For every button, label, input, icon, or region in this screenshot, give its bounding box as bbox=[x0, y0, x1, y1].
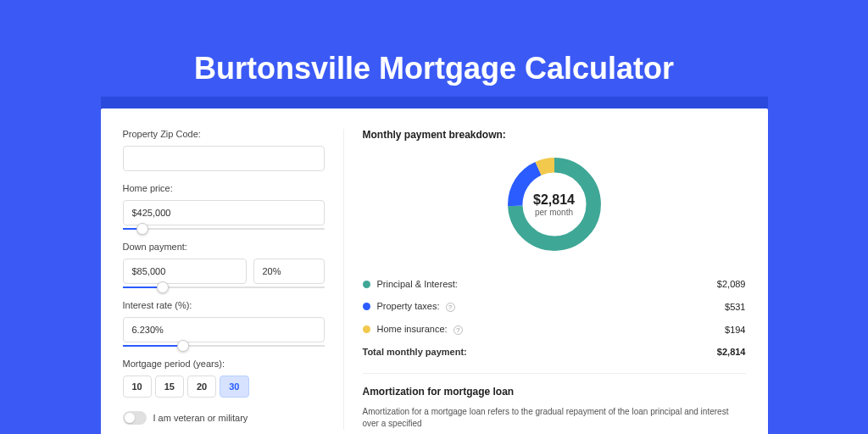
calculator-card: Property Zip Code: Home price: Down paym… bbox=[101, 108, 768, 434]
donut-sub: per month bbox=[535, 208, 573, 217]
breakdown-title: Monthly payment breakdown: bbox=[363, 129, 746, 141]
price-slider[interactable] bbox=[123, 228, 325, 230]
zip-input[interactable] bbox=[123, 146, 325, 171]
period-10-button[interactable]: 10 bbox=[123, 376, 152, 398]
down-payment-pct-input[interactable] bbox=[253, 259, 325, 284]
legend-row-insurance: Home insurance: ? $194 bbox=[363, 318, 746, 341]
period-field: Mortgage period (years): 10 15 20 30 bbox=[123, 359, 325, 398]
donut-wrap: $2,814 per month bbox=[363, 153, 746, 256]
legend-row-principal: Principal & Interest: $2,089 bbox=[363, 273, 746, 295]
legend: Principal & Interest: $2,089 Property ta… bbox=[363, 273, 746, 374]
down-payment-slider[interactable] bbox=[123, 287, 325, 288]
dot-blue-icon bbox=[363, 303, 370, 310]
down-payment-label: Down payment: bbox=[123, 242, 325, 252]
title-underbar bbox=[101, 97, 768, 108]
period-15-button[interactable]: 15 bbox=[155, 376, 184, 398]
rate-field: Interest rate (%): bbox=[123, 300, 325, 347]
donut-chart: $2,814 per month bbox=[503, 153, 606, 256]
price-field: Home price: bbox=[123, 183, 325, 230]
rate-input[interactable] bbox=[123, 317, 325, 342]
legend-value-insurance: $194 bbox=[725, 325, 745, 335]
period-label: Mortgage period (years): bbox=[123, 359, 325, 369]
down-payment-field: Down payment: bbox=[123, 242, 325, 288]
dot-green-icon bbox=[363, 281, 370, 288]
breakdown-panel: Monthly payment breakdown: $2,814 per mo… bbox=[343, 129, 746, 430]
amortization-text: Amortization for a mortgage loan refers … bbox=[363, 406, 746, 430]
veteran-toggle[interactable] bbox=[123, 411, 147, 425]
toggle-knob-icon bbox=[125, 413, 135, 423]
period-buttons: 10 15 20 30 bbox=[123, 376, 325, 398]
donut-value: $2,814 bbox=[533, 192, 575, 208]
info-icon[interactable]: ? bbox=[453, 326, 463, 335]
rate-label: Interest rate (%): bbox=[123, 300, 325, 310]
legend-value-principal: $2,089 bbox=[717, 279, 746, 289]
form-panel: Property Zip Code: Home price: Down paym… bbox=[123, 129, 325, 430]
price-input[interactable] bbox=[123, 200, 325, 225]
legend-value-taxes: $531 bbox=[725, 302, 745, 312]
dot-yellow-icon bbox=[363, 326, 370, 333]
amortization-title: Amortization for mortgage loan bbox=[363, 386, 746, 398]
price-label: Home price: bbox=[123, 183, 325, 193]
legend-label-total: Total monthly payment: bbox=[363, 347, 717, 357]
period-30-button[interactable]: 30 bbox=[220, 376, 248, 398]
legend-label-insurance: Home insurance: ? bbox=[377, 324, 726, 335]
down-payment-input[interactable] bbox=[123, 259, 247, 284]
legend-row-total: Total monthly payment: $2,814 bbox=[363, 341, 746, 363]
legend-row-taxes: Property taxes: ? $531 bbox=[363, 295, 746, 318]
zip-field: Property Zip Code: bbox=[123, 129, 325, 171]
zip-label: Property Zip Code: bbox=[123, 129, 325, 139]
legend-label-principal: Principal & Interest: bbox=[377, 279, 717, 289]
veteran-row: I am veteran or military bbox=[123, 411, 325, 425]
period-20-button[interactable]: 20 bbox=[187, 376, 216, 398]
page-title: Burtonsville Mortgage Calculator bbox=[0, 0, 868, 97]
legend-value-total: $2,814 bbox=[717, 347, 746, 357]
veteran-label: I am veteran or military bbox=[153, 413, 248, 423]
legend-label-taxes: Property taxes: ? bbox=[377, 301, 726, 312]
info-icon[interactable]: ? bbox=[446, 303, 455, 312]
rate-slider[interactable] bbox=[123, 345, 325, 347]
